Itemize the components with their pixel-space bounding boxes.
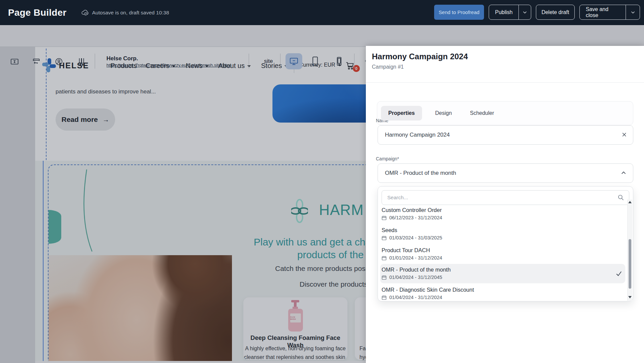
chevron-down-icon bbox=[630, 9, 636, 15]
panel-divider bbox=[366, 82, 644, 83]
campaign-option[interactable]: Product Tour DACH 01/01/2024 - 31/12/202… bbox=[382, 247, 625, 266]
clear-name-icon[interactable] bbox=[621, 132, 627, 138]
scroll-up-arrow[interactable] bbox=[628, 201, 632, 203]
campaign-option[interactable]: OMR - Diagnostic Skin Care Discount 01/0… bbox=[382, 287, 625, 306]
app-topbar: Page Builder Autosave is on, draft saved… bbox=[0, 0, 644, 25]
tab-scheduler[interactable]: Scheduler bbox=[463, 106, 501, 121]
calendar-icon bbox=[382, 256, 387, 261]
campaign-field-label: Campaign* bbox=[376, 156, 399, 161]
cloud-check-icon bbox=[81, 9, 89, 17]
search-icon bbox=[617, 194, 625, 201]
publish-split-button[interactable]: Publish bbox=[489, 5, 531, 20]
save-and-close-button[interactable]: Save and close bbox=[580, 5, 626, 19]
publish-dropdown-toggle[interactable] bbox=[519, 5, 531, 19]
save-and-close-split-button[interactable]: Save and close bbox=[579, 5, 640, 20]
campaign-option[interactable]: Seeds 01/03/2024 - 31/03/2025 bbox=[382, 227, 625, 246]
scroll-down-arrow[interactable] bbox=[628, 296, 632, 298]
panel-subtitle: Campaign #1 bbox=[372, 64, 404, 70]
campaign-option-selected[interactable]: OMR - Product of the month 01/04/2024 - … bbox=[382, 267, 625, 286]
name-input[interactable] bbox=[378, 125, 633, 145]
calendar-icon bbox=[382, 295, 387, 300]
tab-properties[interactable]: Properties bbox=[381, 106, 422, 121]
panel-title: Harmony Campaign 2024 bbox=[372, 52, 468, 61]
save-dropdown-toggle[interactable] bbox=[626, 5, 640, 19]
dropdown-scrollbar-thumb[interactable] bbox=[629, 239, 631, 289]
publish-button[interactable]: Publish bbox=[489, 5, 518, 19]
campaign-select[interactable]: OMR - Product of the month bbox=[378, 163, 633, 183]
tab-design[interactable]: Design bbox=[428, 106, 459, 121]
autosave-status: Autosave is on, draft saved 10:38 bbox=[81, 0, 169, 25]
calendar-icon bbox=[382, 275, 387, 280]
check-icon bbox=[615, 270, 623, 277]
campaign-select-value: OMR - Product of the month bbox=[385, 170, 456, 176]
app-title: Page Builder bbox=[8, 0, 67, 25]
chevron-down-icon bbox=[522, 9, 528, 15]
campaign-option[interactable]: Custom Controller Order 06/12/2023 - 31/… bbox=[382, 207, 625, 226]
chevron-up-icon[interactable] bbox=[620, 169, 627, 177]
calendar-icon bbox=[382, 215, 387, 220]
delete-draft-button[interactable]: Delete draft bbox=[536, 5, 575, 20]
calendar-icon bbox=[382, 235, 387, 240]
send-to-proofread-button[interactable]: Send to Proofread bbox=[434, 5, 484, 20]
campaign-search-input[interactable] bbox=[382, 190, 629, 205]
